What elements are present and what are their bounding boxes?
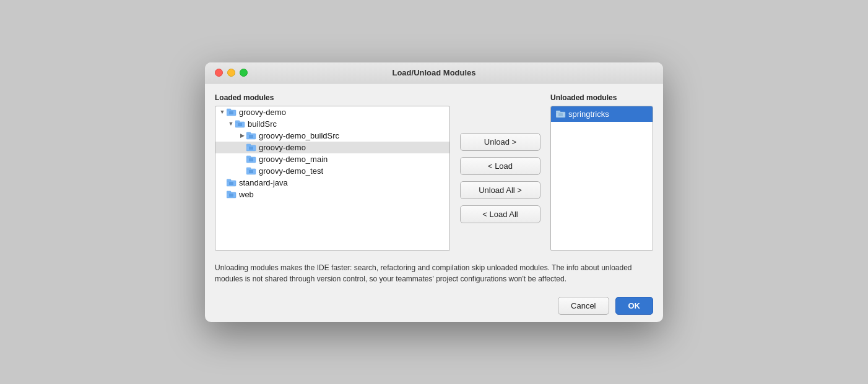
svg-rect-8	[249, 135, 253, 138]
dialog-title: Load/Unload Modules	[392, 68, 475, 77]
tree-label: standard-java	[239, 178, 288, 187]
svg-rect-22	[227, 191, 231, 193]
unloaded-item-springtricks[interactable]: springtricks	[551, 106, 653, 122]
expand-icon	[238, 155, 246, 163]
tree-item-web[interactable]: web	[215, 189, 449, 200]
tree-item-groovy-demo-child[interactable]: groovy-demo	[215, 142, 449, 153]
svg-rect-1	[227, 109, 231, 111]
traffic-lights	[215, 69, 248, 77]
dialog-body: Loaded modules ▼ groovy-demo	[205, 83, 663, 322]
module-folder-icon	[227, 190, 237, 198]
module-folder-icon	[246, 131, 256, 140]
svg-rect-25	[556, 111, 560, 113]
tree-label: buildSrc	[248, 119, 277, 129]
unloaded-modules-label: Unloaded modules	[550, 93, 653, 102]
tree-item-groovy-demo-buildSrc[interactable]: ▶ groovy-demo_buildSrc	[215, 130, 449, 142]
titlebar: Load/Unload Modules	[205, 62, 663, 83]
panels-row: Loaded modules ▼ groovy-demo	[215, 93, 653, 251]
tree-item-groovy-demo-test[interactable]: groovy-demo_test	[215, 165, 449, 177]
module-folder-icon	[227, 178, 237, 187]
expand-icon: ▼	[227, 119, 235, 128]
svg-rect-7	[246, 132, 251, 134]
ok-button[interactable]: OK	[615, 297, 654, 315]
module-folder-icon	[246, 143, 256, 151]
footer-buttons: Cancel OK	[215, 294, 653, 315]
load-all-button[interactable]: < Load All	[460, 205, 540, 223]
svg-rect-14	[249, 158, 253, 161]
expand-icon	[238, 166, 246, 175]
svg-rect-13	[246, 156, 251, 158]
svg-rect-4	[235, 121, 240, 122]
unloaded-modules-panel: Unloaded modules springtricks	[550, 93, 653, 251]
module-folder-icon	[235, 119, 245, 128]
expand-icon: ▼	[218, 108, 227, 116]
load-unload-dialog: Load/Unload Modules Loaded modules ▼	[205, 62, 663, 322]
unloaded-modules-list[interactable]: springtricks	[550, 106, 653, 251]
tree-label: groovy-demo_test	[259, 166, 323, 176]
expand-icon: ▶	[238, 131, 246, 140]
close-button[interactable]	[215, 69, 223, 77]
loaded-modules-label: Loaded modules	[215, 93, 450, 102]
svg-rect-16	[246, 168, 251, 169]
tree-label: groovy-demo	[259, 143, 306, 152]
module-folder-icon	[556, 109, 566, 118]
tree-label: groovy-demo_main	[259, 155, 328, 164]
expand-icon	[218, 178, 227, 187]
minimize-button[interactable]	[227, 69, 235, 77]
info-text: Unloading modules makes the IDE faster: …	[215, 257, 653, 284]
svg-rect-17	[249, 170, 253, 173]
tree-item-buildSrc[interactable]: ▼ buildSrc	[215, 118, 449, 130]
expand-icon	[238, 143, 246, 151]
expand-icon	[218, 190, 227, 198]
svg-rect-20	[229, 182, 233, 185]
module-folder-icon	[246, 166, 256, 175]
middle-buttons-panel: Unload > < Load Unload All > < Load All	[450, 106, 550, 251]
tree-item-groovy-demo-root[interactable]: ▼ groovy-demo	[215, 106, 449, 118]
tree-label: groovy-demo_buildSrc	[259, 131, 339, 140]
svg-rect-26	[558, 113, 563, 116]
svg-rect-19	[227, 179, 231, 181]
cancel-button[interactable]: Cancel	[558, 297, 609, 315]
tree-label: web	[239, 190, 254, 199]
tree-label: groovy-demo	[239, 108, 286, 117]
svg-rect-11	[249, 147, 253, 150]
svg-rect-5	[238, 123, 242, 126]
module-folder-icon	[246, 155, 256, 163]
tree-item-groovy-demo-main[interactable]: groovy-demo_main	[215, 153, 449, 165]
loaded-modules-list[interactable]: ▼ groovy-demo ▼	[215, 106, 450, 251]
tree-label: springtricks	[568, 109, 609, 119]
module-folder-icon	[227, 108, 237, 116]
svg-rect-2	[229, 111, 233, 114]
unload-button[interactable]: Unload >	[460, 133, 540, 151]
svg-rect-23	[229, 194, 233, 197]
loaded-modules-panel: Loaded modules ▼ groovy-demo	[215, 93, 450, 251]
load-button[interactable]: < Load	[460, 157, 540, 175]
tree-item-standard-java[interactable]: standard-java	[215, 177, 449, 189]
unload-all-button[interactable]: Unload All >	[460, 181, 540, 199]
svg-rect-10	[246, 144, 251, 146]
maximize-button[interactable]	[240, 69, 248, 77]
